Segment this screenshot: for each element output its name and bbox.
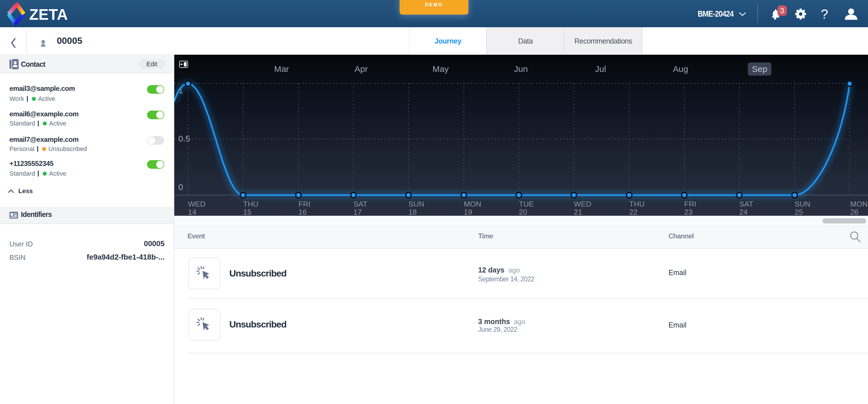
svg-text:0: 0 [178, 182, 183, 192]
svg-text:TUE: TUE [519, 200, 534, 208]
svg-text:24: 24 [739, 208, 748, 216]
svg-text:SUN: SUN [795, 200, 810, 208]
svg-text:21: 21 [574, 208, 582, 216]
svg-text:SUN: SUN [408, 200, 424, 208]
svg-text:25: 25 [795, 208, 803, 216]
svg-text:SAT: SAT [353, 200, 368, 208]
svg-text:23: 23 [684, 208, 692, 216]
svg-text:15: 15 [243, 208, 251, 216]
svg-text:19: 19 [464, 208, 472, 216]
svg-text:Jul: Jul [595, 64, 606, 74]
svg-text:WED: WED [574, 200, 591, 208]
svg-text:THU: THU [629, 200, 644, 208]
svg-text:20: 20 [519, 208, 527, 216]
svg-text:22: 22 [629, 208, 638, 216]
svg-text:FRI: FRI [684, 200, 696, 208]
svg-text:WED: WED [188, 200, 206, 208]
svg-text:17: 17 [353, 208, 362, 216]
svg-text:0.5: 0.5 [178, 134, 190, 143]
svg-text:Mar: Mar [274, 64, 289, 74]
svg-text:MON: MON [464, 200, 481, 208]
svg-text:FRI: FRI [299, 200, 310, 208]
svg-text:MON: MON [850, 200, 868, 208]
svg-text:SAT: SAT [739, 200, 753, 208]
svg-text:18: 18 [408, 208, 417, 216]
svg-text:Sep: Sep [752, 64, 767, 74]
svg-text:May: May [433, 64, 449, 74]
svg-text:16: 16 [299, 208, 307, 216]
svg-text:THU: THU [243, 200, 258, 208]
svg-text:14: 14 [188, 208, 196, 216]
svg-text:Aug: Aug [673, 64, 688, 74]
svg-text:Apr: Apr [354, 64, 368, 74]
svg-text:Jun: Jun [514, 64, 528, 74]
svg-text:26: 26 [850, 208, 859, 216]
